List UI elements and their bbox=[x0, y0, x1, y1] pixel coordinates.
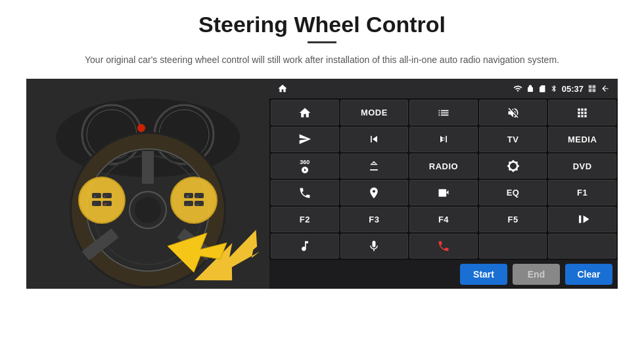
btn-tv[interactable]: TV bbox=[479, 127, 547, 152]
page-title: Steering Wheel Control bbox=[198, 12, 446, 37]
back-icon bbox=[601, 84, 610, 93]
svg-point-15 bbox=[135, 197, 161, 223]
svg-text:⚙: ⚙ bbox=[187, 195, 189, 198]
btn-empty2 bbox=[548, 234, 616, 259]
start-button[interactable]: Start bbox=[460, 264, 507, 285]
btn-list[interactable] bbox=[409, 100, 478, 125]
status-time: 05:37 bbox=[562, 84, 584, 94]
svg-point-6 bbox=[137, 124, 145, 132]
btn-f1[interactable]: F1 bbox=[548, 180, 616, 205]
btn-eq[interactable]: EQ bbox=[479, 180, 547, 205]
btn-f4[interactable]: F4 bbox=[409, 207, 478, 232]
svg-text:+: + bbox=[94, 194, 96, 198]
subtitle-text: Your original car's steering wheel contr… bbox=[85, 52, 559, 67]
controls-grid: MODE TV bbox=[269, 98, 618, 260]
wifi-icon bbox=[513, 84, 522, 93]
home-status-icon bbox=[277, 83, 288, 94]
btn-360cam[interactable]: 360 bbox=[271, 154, 339, 179]
status-right: 05:37 bbox=[513, 84, 610, 94]
btn-phone[interactable] bbox=[271, 180, 339, 205]
title-divider bbox=[308, 41, 336, 43]
content-row: + ♪ - ✆ ⚙ ◇ ○ ◇ bbox=[26, 79, 618, 289]
btn-f5[interactable]: F5 bbox=[479, 207, 547, 232]
btn-eject[interactable] bbox=[340, 154, 409, 179]
btn-apps[interactable] bbox=[548, 100, 616, 125]
btn-mode[interactable]: MODE bbox=[340, 100, 409, 125]
steering-wheel-image: + ♪ - ✆ ⚙ ◇ ○ ◇ bbox=[26, 79, 269, 289]
btn-home[interactable] bbox=[271, 100, 339, 125]
window-icon bbox=[587, 84, 597, 93]
head-unit-panel: 05:37 MODE bbox=[269, 79, 618, 289]
btn-mic[interactable] bbox=[340, 234, 409, 259]
svg-rect-37 bbox=[438, 189, 446, 197]
btn-f3[interactable]: F3 bbox=[340, 207, 409, 232]
lock-icon bbox=[526, 85, 534, 93]
btn-mute[interactable] bbox=[479, 100, 547, 125]
btn-dvd[interactable]: DVD bbox=[548, 154, 616, 179]
btn-send[interactable] bbox=[271, 127, 339, 152]
btn-music[interactable] bbox=[271, 234, 339, 259]
btn-media[interactable]: MEDIA bbox=[548, 127, 616, 152]
status-left bbox=[277, 83, 288, 94]
svg-rect-28 bbox=[184, 201, 193, 206]
clear-button[interactable]: Clear bbox=[565, 264, 612, 285]
btn-record[interactable] bbox=[409, 180, 478, 205]
btn-call-end[interactable] bbox=[409, 234, 478, 259]
sim-icon bbox=[538, 85, 546, 93]
svg-text:✆: ✆ bbox=[104, 203, 107, 207]
btn-radio[interactable]: RADIO bbox=[409, 154, 478, 179]
bluetooth-icon bbox=[550, 85, 558, 93]
btn-empty1 bbox=[479, 234, 547, 259]
page-container: Steering Wheel Control Your original car… bbox=[0, 0, 644, 289]
btn-brightness[interactable] bbox=[479, 154, 547, 179]
btn-prev-track[interactable] bbox=[340, 127, 409, 152]
btn-play-pause[interactable] bbox=[548, 207, 616, 232]
end-button[interactable]: End bbox=[513, 264, 560, 285]
bottom-bar: Start End Clear bbox=[269, 260, 618, 289]
btn-next-track[interactable] bbox=[409, 127, 478, 152]
svg-point-16 bbox=[79, 177, 125, 223]
status-bar: 05:37 bbox=[269, 79, 618, 98]
btn-gps[interactable] bbox=[340, 180, 409, 205]
btn-f2[interactable]: F2 bbox=[271, 207, 339, 232]
svg-point-25 bbox=[171, 177, 217, 223]
